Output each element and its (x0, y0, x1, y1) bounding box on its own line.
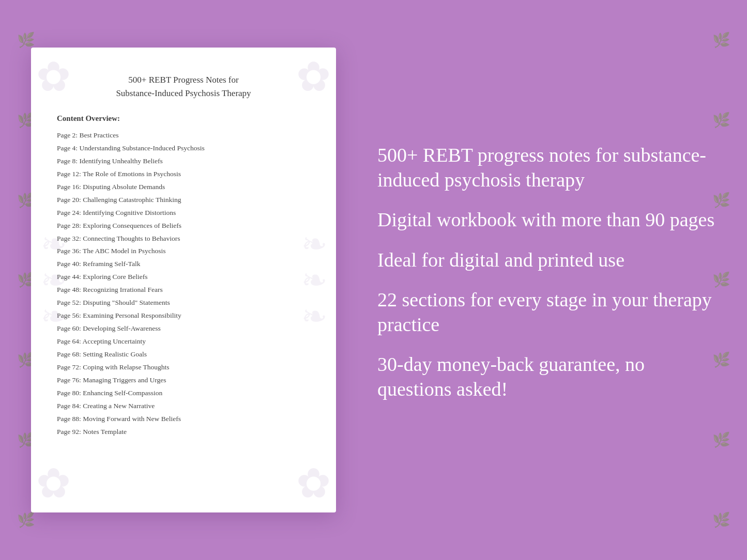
info-block-3: 22 sections for every stage in your ther… (377, 288, 716, 337)
toc-item: Page 56: Examining Personal Responsibili… (57, 309, 310, 322)
toc-item: Page 48: Recognizing Irrational Fears (57, 284, 310, 297)
info-text-4: 30-day money-back guarantee, no question… (377, 352, 716, 401)
side-decoration-left: ❧❧❧ (35, 226, 71, 334)
corner-decoration-tr: ✿ (296, 53, 331, 101)
toc-item: Page 4: Understanding Substance-Induced … (57, 142, 310, 155)
corner-decoration-tl: ✿ (36, 53, 71, 101)
document-title: 500+ REBT Progress Notes for Substance-I… (57, 73, 310, 100)
side-decoration-right: ❧❧❧ (296, 226, 332, 334)
toc-item: Page 40: Reframing Self-Talk (57, 258, 310, 271)
corner-decoration-bl: ✿ (36, 459, 71, 507)
toc-item: Page 20: Challenging Catastrophic Thinki… (57, 194, 310, 207)
info-block-2: Ideal for digital and printed use (377, 248, 716, 273)
toc-item: Page 36: The ABC Model in Psychosis (57, 245, 310, 258)
table-of-contents: Page 2: Best PracticesPage 4: Understand… (57, 129, 310, 439)
toc-item: Page 80: Enhancing Self-Compassion (57, 387, 310, 400)
content-overview-label: Content Overview: (57, 114, 310, 123)
toc-item: Page 60: Developing Self-Awareness (57, 322, 310, 335)
toc-item: Page 16: Disputing Absolute Demands (57, 181, 310, 194)
toc-item: Page 44: Exploring Core Beliefs (57, 271, 310, 284)
toc-item: Page 24: Identifying Cognitive Distortio… (57, 207, 310, 220)
info-block-0: 500+ REBT progress notes for substance-i… (377, 143, 716, 192)
info-text-0: 500+ REBT progress notes for substance-i… (377, 143, 716, 192)
toc-item: Page 28: Exploring Consequences of Belie… (57, 220, 310, 232)
toc-item: Page 64: Accepting Uncertainty (57, 335, 310, 348)
corner-decoration-br: ✿ (296, 459, 331, 507)
toc-item: Page 32: Connecting Thoughts to Behavior… (57, 232, 310, 245)
toc-item: Page 2: Best Practices (57, 129, 310, 142)
main-content: ✿ ✿ ✿ ✿ ❧❧❧ ❧❧❧ 500+ REBT Progress Notes… (0, 0, 747, 560)
toc-item: Page 84: Creating a New Narrative (57, 400, 310, 413)
toc-item: Page 88: Moving Forward with New Beliefs (57, 413, 310, 426)
info-block-1: Digital workbook with more than 90 pages (377, 208, 716, 232)
toc-item: Page 76: Managing Triggers and Urges (57, 374, 310, 387)
info-panel: 500+ REBT progress notes for substance-i… (367, 143, 716, 417)
toc-item: Page 92: Notes Template (57, 426, 310, 439)
toc-item: Page 12: The Role of Emotions in Psychos… (57, 168, 310, 181)
info-text-3: 22 sections for every stage in your ther… (377, 288, 716, 337)
toc-item: Page 68: Setting Realistic Goals (57, 348, 310, 361)
info-text-1: Digital workbook with more than 90 pages (377, 208, 716, 232)
toc-item: Page 72: Coping with Relapse Thoughts (57, 361, 310, 374)
toc-item: Page 52: Disputing "Should" Statements (57, 297, 310, 309)
toc-item: Page 8: Identifying Unhealthy Beliefs (57, 155, 310, 168)
info-block-4: 30-day money-back guarantee, no question… (377, 352, 716, 401)
info-text-2: Ideal for digital and printed use (377, 248, 716, 273)
document-preview: ✿ ✿ ✿ ✿ ❧❧❧ ❧❧❧ 500+ REBT Progress Notes… (31, 48, 336, 512)
